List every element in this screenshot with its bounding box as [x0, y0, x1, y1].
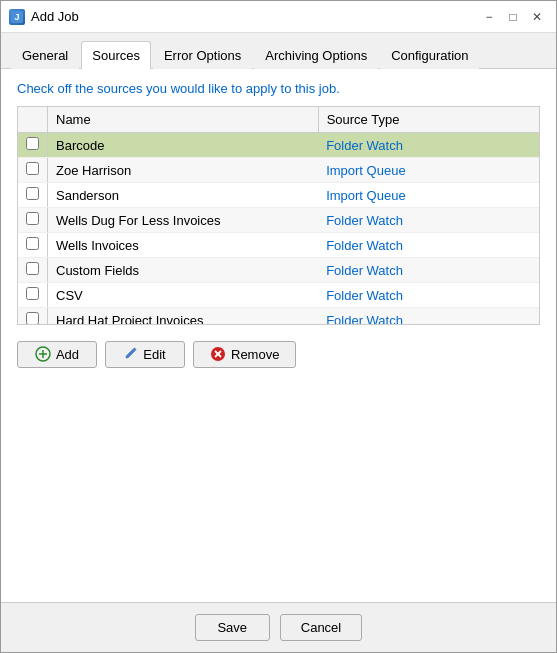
- footer: Save Cancel: [1, 602, 556, 652]
- row-source-type: Folder Watch: [318, 283, 539, 308]
- app-icon: J: [9, 9, 25, 25]
- table-header-row: Name Source Type: [18, 107, 539, 133]
- close-button[interactable]: ✕: [526, 6, 548, 28]
- title-bar-controls: − □ ✕: [478, 6, 548, 28]
- table-row[interactable]: CSVFolder Watch: [18, 283, 539, 308]
- row-checkbox[interactable]: [26, 187, 39, 200]
- row-checkbox[interactable]: [26, 262, 39, 275]
- row-source-type: Folder Watch: [318, 133, 539, 158]
- table-row[interactable]: Zoe HarrisonImport Queue: [18, 158, 539, 183]
- col-header-name: Name: [48, 107, 319, 133]
- col-header-checkbox: [18, 107, 48, 133]
- row-checkbox[interactable]: [26, 137, 39, 150]
- row-name: Wells Invoices: [48, 233, 319, 258]
- table-row[interactable]: Wells Dug For Less InvoicesFolder Watch: [18, 208, 539, 233]
- row-source-type: Folder Watch: [318, 233, 539, 258]
- add-label: Add: [56, 347, 79, 362]
- row-checkbox-cell: [18, 183, 48, 208]
- row-checkbox-cell: [18, 233, 48, 258]
- content-spacer: [17, 374, 540, 591]
- row-checkbox[interactable]: [26, 162, 39, 175]
- row-name: Sanderson: [48, 183, 319, 208]
- minimize-button[interactable]: −: [478, 6, 500, 28]
- title-bar: J Add Job − □ ✕: [1, 1, 556, 33]
- row-name: CSV: [48, 283, 319, 308]
- title-bar-left: J Add Job: [9, 9, 79, 25]
- col-header-source-type: Source Type: [318, 107, 539, 133]
- edit-icon: [124, 346, 138, 363]
- row-name: Custom Fields: [48, 258, 319, 283]
- tab-archiving-options[interactable]: Archiving Options: [254, 41, 378, 69]
- table-body: BarcodeFolder WatchZoe HarrisonImport Qu…: [18, 133, 539, 325]
- row-checkbox-cell: [18, 283, 48, 308]
- row-source-type: Folder Watch: [318, 208, 539, 233]
- row-source-type: Folder Watch: [318, 308, 539, 325]
- row-name: Barcode: [48, 133, 319, 158]
- sources-table-container: Name Source Type BarcodeFolder WatchZoe …: [17, 106, 540, 325]
- row-name: Zoe Harrison: [48, 158, 319, 183]
- row-source-type: Import Queue: [318, 158, 539, 183]
- remove-icon: [210, 346, 226, 362]
- row-checkbox-cell: [18, 208, 48, 233]
- row-source-type: Import Queue: [318, 183, 539, 208]
- maximize-button[interactable]: □: [502, 6, 524, 28]
- tab-sources[interactable]: Sources: [81, 41, 151, 69]
- remove-button[interactable]: Remove: [193, 341, 296, 368]
- table-row[interactable]: Custom FieldsFolder Watch: [18, 258, 539, 283]
- add-button[interactable]: Add: [17, 341, 97, 368]
- table-row[interactable]: Hard Hat Project InvoicesFolder Watch: [18, 308, 539, 325]
- edit-button[interactable]: Edit: [105, 341, 185, 368]
- tab-error-options[interactable]: Error Options: [153, 41, 252, 69]
- instruction-text: Check off the sources you would like to …: [17, 81, 540, 96]
- row-checkbox[interactable]: [26, 312, 39, 325]
- row-name: Wells Dug For Less Invoices: [48, 208, 319, 233]
- table-row[interactable]: Wells InvoicesFolder Watch: [18, 233, 539, 258]
- add-icon: [35, 346, 51, 362]
- action-bar: Add Edit Re: [17, 335, 540, 374]
- tab-configuration[interactable]: Configuration: [380, 41, 479, 69]
- row-checkbox[interactable]: [26, 237, 39, 250]
- row-checkbox-cell: [18, 133, 48, 158]
- tab-general[interactable]: General: [11, 41, 79, 69]
- row-checkbox-cell: [18, 158, 48, 183]
- add-job-window: J Add Job − □ ✕ General Sources Error Op…: [0, 0, 557, 653]
- row-source-type: Folder Watch: [318, 258, 539, 283]
- row-checkbox-cell: [18, 258, 48, 283]
- cancel-button[interactable]: Cancel: [280, 614, 362, 641]
- window-title: Add Job: [31, 9, 79, 24]
- row-name: Hard Hat Project Invoices: [48, 308, 319, 325]
- edit-label: Edit: [143, 347, 165, 362]
- content-area: Check off the sources you would like to …: [1, 69, 556, 602]
- table-row[interactable]: SandersonImport Queue: [18, 183, 539, 208]
- save-button[interactable]: Save: [195, 614, 270, 641]
- row-checkbox[interactable]: [26, 212, 39, 225]
- row-checkbox[interactable]: [26, 287, 39, 300]
- svg-text:J: J: [14, 12, 19, 22]
- sources-table: Name Source Type BarcodeFolder WatchZoe …: [18, 107, 539, 325]
- remove-label: Remove: [231, 347, 279, 362]
- table-row[interactable]: BarcodeFolder Watch: [18, 133, 539, 158]
- row-checkbox-cell: [18, 308, 48, 325]
- tab-bar: General Sources Error Options Archiving …: [1, 33, 556, 69]
